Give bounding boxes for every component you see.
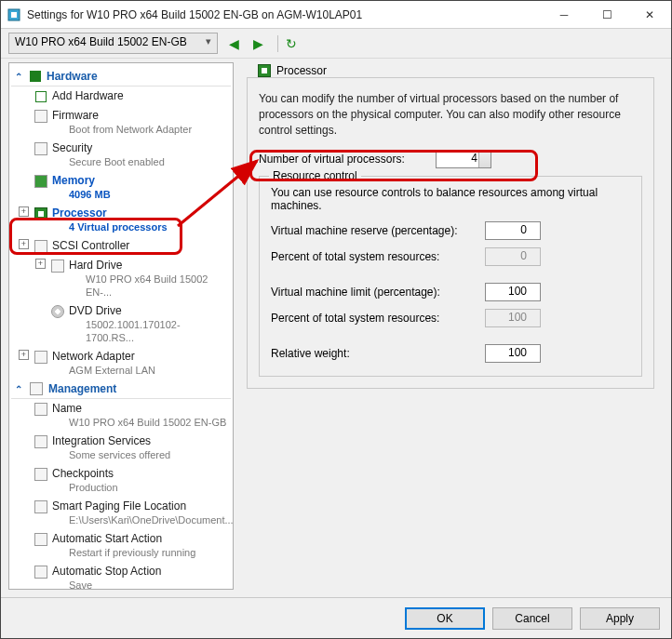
window-title: Settings for W10 PRO x64 Build 15002 EN-…	[27, 8, 543, 21]
maximize-button[interactable]: ☐	[585, 1, 628, 29]
panel-title: Processor	[254, 64, 330, 77]
processor-icon	[258, 64, 271, 77]
pct-total-label: Percent of total system resources:	[271, 250, 485, 263]
dialog-footer: OK Cancel Apply	[1, 597, 671, 638]
cancel-button[interactable]: Cancel	[492, 607, 572, 630]
auto-stop-icon	[34, 565, 48, 579]
item-firmware[interactable]: FirmwareBoot from Network Adapter	[11, 106, 231, 139]
item-smart-paging[interactable]: Smart Paging File LocationE:\Users\Kari\…	[11, 497, 231, 529]
svg-rect-2	[11, 12, 17, 18]
section-management-label: Management	[48, 382, 116, 395]
network-icon	[34, 350, 48, 365]
toolbar: W10 PRO x64 Build 15002 EN-GB ◀ ▶ ↻	[1, 29, 671, 59]
add-hardware-icon	[34, 89, 48, 104]
dvd-drive-icon	[50, 304, 65, 319]
item-integration[interactable]: Integration ServicesSome services offere…	[11, 432, 231, 464]
settings-icon	[7, 7, 21, 22]
item-dvd-drive[interactable]: DVD Drive15002.1001.170102-1700.RS...	[11, 301, 231, 347]
item-network-adapter[interactable]: Network AdapterAGM External LAN	[11, 347, 231, 379]
weight-input[interactable]: 100	[485, 344, 541, 363]
section-management[interactable]: ⌃Management	[11, 379, 231, 399]
item-scsi[interactable]: SCSI Controller	[11, 236, 231, 256]
item-memory[interactable]: Memory4096 MB	[11, 171, 231, 204]
auto-start-icon	[34, 532, 48, 547]
processor-icon	[34, 206, 48, 221]
integration-icon	[34, 434, 48, 449]
name-icon	[34, 402, 48, 417]
item-auto-start[interactable]: Automatic Start ActionRestart if previou…	[11, 529, 231, 562]
ok-button[interactable]: OK	[405, 607, 485, 630]
checkpoints-icon	[34, 467, 48, 482]
resource-control-group: Resource control You can use resource co…	[259, 176, 642, 377]
detail-panel: Processor You can modify the number of v…	[234, 62, 664, 590]
resource-control-info: You can use resource controls to balance…	[271, 186, 630, 212]
scsi-icon	[34, 239, 48, 254]
pct-total-value: 0	[485, 247, 541, 266]
memory-icon	[34, 174, 48, 189]
panel-description: You can modify the number of virtual pro…	[259, 91, 642, 139]
item-auto-stop[interactable]: Automatic Stop ActionSave	[11, 562, 231, 590]
reserve-input[interactable]: 0	[485, 221, 541, 240]
refresh-icon[interactable]: ↻	[277, 35, 294, 52]
nav-back-icon[interactable]: ◀	[225, 35, 242, 52]
vm-selector-value: W10 PRO x64 Build 15002 EN-GB	[15, 35, 187, 48]
section-hardware[interactable]: ⌃Hardware	[11, 67, 231, 87]
item-processor[interactable]: Processor4 Virtual processors	[11, 204, 231, 236]
hard-drive-icon	[50, 259, 65, 273]
smart-paging-icon	[34, 499, 48, 514]
pct-total2-value: 100	[485, 309, 541, 327]
nav-forward-icon[interactable]: ▶	[249, 35, 266, 52]
pct-total2-label: Percent of total system resources:	[271, 312, 485, 325]
resource-control-legend: Resource control	[269, 169, 361, 182]
section-hardware-label: Hardware	[47, 70, 98, 83]
apply-button[interactable]: Apply	[580, 607, 660, 630]
item-add-hardware[interactable]: Add Hardware	[11, 87, 231, 106]
limit-label: Virtual machine limit (percentage):	[271, 286, 485, 299]
item-checkpoints[interactable]: CheckpointsProduction	[11, 464, 231, 497]
panel-title-text: Processor	[276, 64, 327, 77]
row-num-processors: Number of virtual processors: 4	[259, 150, 642, 168]
num-processors-input[interactable]: 4	[436, 150, 491, 168]
weight-label: Relative weight:	[271, 347, 485, 360]
close-button[interactable]: ✕	[628, 1, 671, 29]
item-name[interactable]: NameW10 PRO x64 Build 15002 EN-GB	[11, 399, 231, 432]
limit-input[interactable]: 100	[485, 283, 541, 301]
reserve-label: Virtual machine reserve (percentage):	[271, 224, 485, 237]
item-security[interactable]: SecuritySecure Boot enabled	[11, 139, 231, 171]
titlebar: Settings for W10 PRO x64 Build 15002 EN-…	[1, 1, 671, 29]
settings-tree: ⌃Hardware Add Hardware FirmwareBoot from…	[8, 62, 234, 590]
security-icon	[34, 141, 48, 156]
minimize-button[interactable]: ─	[543, 1, 585, 29]
item-hard-drive[interactable]: Hard DriveW10 PRO x64 Build 15002 EN-...	[11, 256, 231, 301]
vm-selector[interactable]: W10 PRO x64 Build 15002 EN-GB	[8, 33, 218, 54]
management-icon	[30, 382, 43, 395]
num-processors-label: Number of virtual processors:	[259, 153, 436, 166]
hardware-icon	[30, 71, 41, 82]
firmware-icon	[34, 109, 48, 124]
